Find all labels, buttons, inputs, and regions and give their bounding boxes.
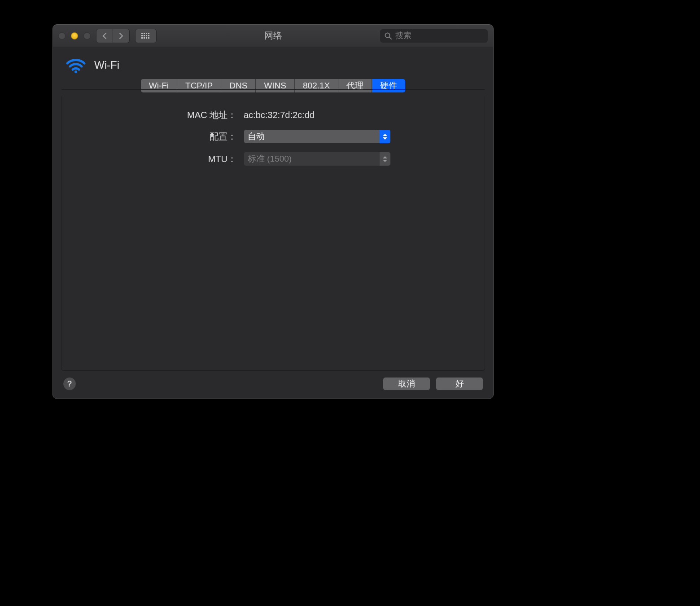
ok-button[interactable]: 好 bbox=[436, 377, 483, 391]
tab--[interactable]: 代理 bbox=[338, 79, 372, 92]
wifi-icon bbox=[66, 57, 86, 73]
mtu-value: 标准 (1500) bbox=[248, 153, 292, 165]
svg-rect-6 bbox=[146, 35, 147, 36]
back-button[interactable] bbox=[96, 29, 113, 43]
window-toolbar: 网络 bbox=[53, 25, 493, 47]
search-input[interactable] bbox=[394, 31, 494, 41]
svg-point-14 bbox=[74, 70, 77, 73]
footer: ? 取消 好 bbox=[53, 377, 493, 399]
stepper-arrows-icon bbox=[380, 130, 390, 143]
svg-rect-4 bbox=[141, 35, 143, 36]
preferences-window: 网络 Wi-Fi Wi-FiTCP/IPDNSWINS802.1X代理硬件 bbox=[52, 24, 494, 399]
svg-rect-3 bbox=[148, 33, 149, 34]
tab-bar: Wi-FiTCP/IPDNSWINS802.1X代理硬件 bbox=[53, 79, 493, 97]
pane-header: Wi-Fi bbox=[53, 47, 493, 79]
tab-tcp-ip[interactable]: TCP/IP bbox=[177, 79, 221, 92]
tab-dns[interactable]: DNS bbox=[221, 79, 256, 92]
config-label: 配置： bbox=[61, 131, 236, 143]
show-all-button[interactable] bbox=[135, 29, 157, 43]
search-field[interactable] bbox=[380, 29, 488, 43]
traffic-lights bbox=[58, 32, 91, 40]
close-icon[interactable] bbox=[58, 32, 66, 40]
svg-rect-5 bbox=[144, 35, 145, 36]
row-config: 配置： 自动 bbox=[61, 129, 485, 144]
svg-rect-10 bbox=[146, 37, 147, 39]
mac-label: MAC 地址： bbox=[61, 109, 236, 121]
grid-icon bbox=[141, 33, 150, 39]
minimize-icon[interactable] bbox=[71, 32, 78, 40]
content-panel: MAC 地址： ac:bc:32:7d:2c:dd 配置： 自动 MTU： 标准… bbox=[61, 97, 485, 371]
tab-802-1x[interactable]: 802.1X bbox=[295, 79, 338, 92]
mtu-label: MTU： bbox=[61, 153, 236, 165]
help-button[interactable]: ? bbox=[63, 377, 76, 391]
svg-line-13 bbox=[389, 37, 392, 39]
svg-rect-1 bbox=[144, 33, 145, 34]
mtu-popup: 标准 (1500) bbox=[244, 152, 391, 166]
config-popup[interactable]: 自动 bbox=[244, 129, 391, 144]
svg-rect-0 bbox=[141, 33, 143, 34]
tab-wins[interactable]: WINS bbox=[256, 79, 295, 92]
svg-rect-7 bbox=[148, 35, 149, 36]
cancel-button[interactable]: 取消 bbox=[383, 377, 430, 391]
zoom-icon[interactable] bbox=[83, 32, 91, 40]
stepper-arrows-icon bbox=[380, 152, 390, 166]
svg-rect-11 bbox=[148, 37, 149, 39]
row-mac: MAC 地址： ac:bc:32:7d:2c:dd bbox=[61, 109, 485, 121]
tab--[interactable]: 硬件 bbox=[372, 79, 405, 92]
nav-buttons bbox=[96, 29, 130, 43]
tab-wi-fi[interactable]: Wi-Fi bbox=[141, 79, 177, 92]
search-icon bbox=[385, 32, 392, 40]
svg-rect-9 bbox=[144, 37, 145, 39]
mac-value: ac:bc:32:7d:2c:dd bbox=[244, 110, 315, 120]
row-mtu: MTU： 标准 (1500) bbox=[61, 152, 485, 166]
forward-button[interactable] bbox=[113, 29, 130, 43]
svg-rect-2 bbox=[146, 33, 147, 34]
pane-title: Wi-Fi bbox=[94, 59, 119, 71]
svg-rect-8 bbox=[141, 37, 143, 39]
config-value: 自动 bbox=[248, 131, 265, 142]
